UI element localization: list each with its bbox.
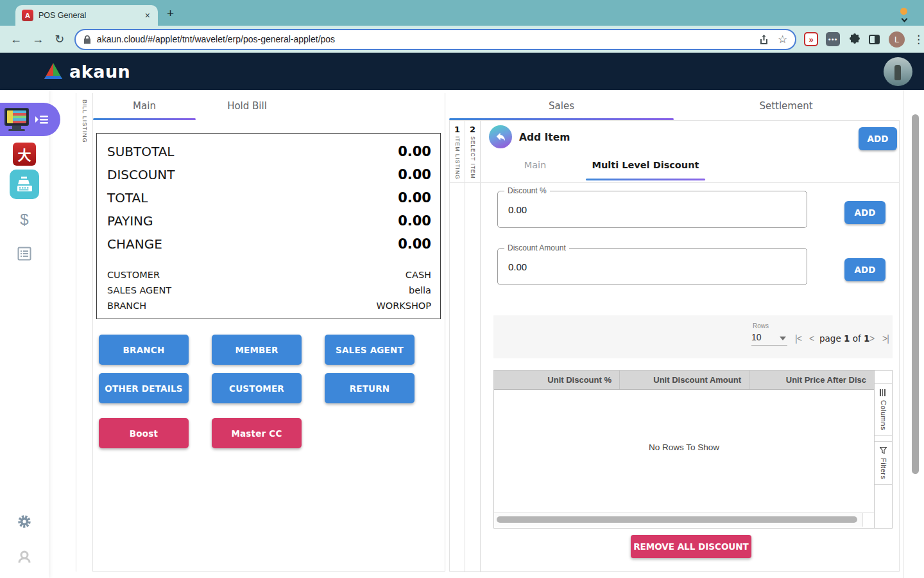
list-icon [17,247,31,261]
prev-page-button[interactable]: < [809,333,814,344]
tab-hold-bill[interactable]: Hold Bill [196,93,298,119]
grid-columns-tab[interactable]: Columns [875,383,892,436]
filters-tab-label: Filters [880,458,887,479]
boost-button[interactable]: Boost [99,418,189,448]
bill-listing-rail[interactable]: BILL LISTING [76,93,93,572]
bill-listing-label: BILL LISTING [81,100,88,143]
discount-amount-field[interactable]: Discount Amount 0.00 [497,248,807,285]
column-header-unit-price-after-disc[interactable]: Unit Price After Disc [749,371,874,389]
browser-tab[interactable]: A POS General × [15,5,158,26]
sales-agent-button[interactable]: SALES AGENT [325,335,415,365]
sidebar-item-pos[interactable] [0,103,60,136]
add-item-button[interactable]: ADD [859,127,897,150]
back-button[interactable]: ← [5,33,27,46]
grid-header-row: Unit Discount % Unit Discount Amount Uni… [494,371,874,390]
browser-profile-avatar[interactable]: L [889,31,905,48]
branch-button[interactable]: BRANCH [99,335,189,365]
browser-toolbar: ← → ↻ akaun.cloud/#/applet/tnt/wavelet/e… [0,26,924,53]
tab-search-chevron-icon[interactable] [902,16,908,22]
discount-percent-field[interactable]: Discount % 0.00 [497,191,807,228]
sidebar-settings[interactable] [0,514,49,529]
column-header-unit-discount-percent[interactable]: Unit Discount % [494,371,620,389]
columns-icon [880,389,887,396]
step-item-listing[interactable]: 1 ITEM LISTING [450,121,465,572]
totals-summary-box: SUBTOTAL0.00 DISCOUNT0.00 TOTAL0.00 PAYI… [96,133,441,319]
page-indicator: page 1 of 1 [819,333,869,344]
add-discount-amount-button[interactable]: ADD [844,258,886,281]
forward-button[interactable]: → [27,33,49,46]
inner-tab-multi-level-discount[interactable]: Multi Level Discount [586,155,705,175]
page-number: 1 [844,333,850,344]
tab-sales[interactable]: Sales [449,93,674,119]
pagination-bar: Rows 10 |< < page 1 of 1 > >| [493,315,893,358]
filter-funnel-icon [880,447,887,454]
extension-dots-icon[interactable]: ••• [826,32,840,46]
next-page-button[interactable]: > [869,333,874,344]
side-panel-icon[interactable] [869,35,880,44]
sidebar-support[interactable] [0,549,49,565]
sales-agent-value: bella [409,285,431,295]
reload-button[interactable]: ↻ [49,32,71,46]
akaun-logo: akaun [42,62,130,82]
grid-filters-tab[interactable]: Filters [875,441,892,485]
page-word: page [819,333,841,344]
browser-menu-icon[interactable]: ⋮ [913,33,924,46]
close-tab-icon[interactable]: × [144,10,151,21]
last-page-button[interactable]: >| [882,333,889,344]
master-cc-button[interactable]: Master CC [212,418,302,448]
gear-icon [17,514,32,529]
discount-percent-value: 0.00 [508,191,527,227]
back-button-circle[interactable] [489,125,512,148]
tab-main[interactable]: Main [93,93,196,119]
sidebar-item-cash-register[interactable] [10,170,39,199]
step-select-item[interactable]: 2 SELECT ITEM [465,121,481,572]
sidebar-item-payments[interactable]: $ [0,211,49,229]
lock-icon [83,35,91,44]
discount-label: DISCOUNT [107,167,175,182]
browser-tab-strip: A POS General × + [0,0,924,26]
step-label: ITEM LISTING [454,136,461,180]
extension-red-icon[interactable]: » [804,32,818,46]
puzzle-extensions-icon[interactable] [849,33,860,45]
tab-settlement[interactable]: Settlement [674,93,898,119]
active-tab-underline [93,118,196,120]
horizontal-scrollbar-thumb[interactable] [497,516,857,523]
of-word: of [853,333,861,344]
share-icon[interactable] [759,34,769,45]
first-page-button[interactable]: |< [795,333,801,344]
menu-open-icon [35,114,49,125]
add-discount-percent-button[interactable]: ADD [844,201,886,224]
url-text: akaun.cloud/#/applet/tnt/wavelet/erp/pos… [97,34,750,44]
step-number: 2 [465,125,480,134]
horizontal-scrollbar [494,512,863,527]
new-tab-button[interactable]: + [167,6,174,21]
columns-tab-label: Columns [880,400,887,430]
subtotal-value: 0.00 [398,144,431,159]
sidebar-item-listing[interactable] [0,247,49,261]
url-bar[interactable]: akaun.cloud/#/applet/tnt/wavelet/erp/pos… [74,29,796,50]
main-panel: Main Hold Bill SUBTOTAL0.00 DISCOUNT0.00… [93,93,445,572]
customer-value: CASH [406,270,431,280]
other-details-button[interactable]: OTHER DETAILS [99,373,189,403]
paying-value: 0.00 [398,213,431,229]
sales-panel: 1 ITEM LISTING 2 SELECT ITEM Add Item AD… [449,120,900,572]
update-dot [900,8,907,15]
remove-all-discount-button[interactable]: REMOVE ALL DISCOUNT [631,535,751,558]
person-icon [17,549,32,565]
inner-tab-main[interactable]: Main [503,155,567,175]
bookmark-star-icon[interactable]: ☆ [778,33,787,46]
total-label: TOTAL [107,190,148,206]
branch-value: WORKSHOP [376,301,431,311]
change-value: 0.00 [398,236,431,252]
grid-empty-message: No Rows To Show [494,390,874,504]
subtotal-label: SUBTOTAL [107,144,175,159]
customer-button[interactable]: CUSTOMER [212,373,302,403]
member-button[interactable]: MEMBER [212,335,302,365]
sidebar-item-cny-applet[interactable]: 大 [13,143,36,166]
column-header-unit-discount-amount[interactable]: Unit Discount Amount [620,371,749,389]
page-scrollbar-thumb[interactable] [912,114,919,474]
back-arrow-icon [494,130,507,143]
step-number: 1 [450,125,465,134]
return-button[interactable]: RETURN [325,373,415,403]
user-avatar[interactable] [884,57,912,86]
